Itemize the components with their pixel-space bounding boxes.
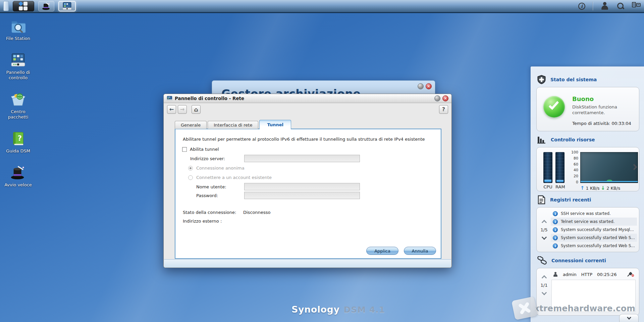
connections-pagination: 1/1: [539, 268, 549, 302]
info-level-icon: i: [553, 219, 558, 224]
dsm-version-text: DSM 4.1: [344, 305, 385, 315]
upload-arrow-icon: ↑: [580, 185, 585, 191]
taskbar-item-control-panel[interactable]: [58, 1, 76, 11]
connections-page-number: 1/1: [541, 283, 548, 288]
username-label: Nome utente:: [196, 184, 226, 189]
download-arrow-icon: ↓: [601, 185, 605, 191]
cpu-gauge: [543, 152, 552, 183]
taskbar-item-avvio-veloce[interactable]: [38, 1, 54, 11]
desktop-icon-column: File Station Pannello di controllo: [4, 19, 32, 188]
desktop-icon-label: Pannello di controllo: [4, 70, 32, 81]
widget-sidebar: Stato del sistema Buono DiskStation funz…: [531, 66, 644, 322]
taskbar: i: [0, 0, 644, 13]
magic-hat-icon: [42, 2, 51, 10]
connections-page-down-icon[interactable]: [541, 290, 547, 295]
control-panel-small-icon: [167, 96, 172, 101]
info-level-icon: i: [553, 243, 558, 248]
server-address-field: [244, 155, 360, 162]
disconnect-icon[interactable]: [627, 272, 634, 277]
pilot-view-icon[interactable]: [632, 2, 641, 10]
folder-search-icon: [10, 19, 26, 34]
svg-text:?: ?: [18, 134, 22, 142]
desktop-icon-dsm-help[interactable]: ? Guida DSM: [4, 131, 32, 154]
ram-gauge: [555, 152, 565, 183]
upload-series: [581, 181, 638, 182]
widget-panel-collapse-button[interactable]: [619, 314, 639, 322]
cancel-button[interactable]: Annulla: [404, 247, 436, 255]
info-level-icon: i: [553, 235, 558, 240]
chain-link-icon: [537, 256, 547, 265]
magic-hat-icon: [10, 165, 26, 180]
dialog-titlebar[interactable]: Pannello di controllo - Rete ✕: [164, 94, 451, 103]
server-address-label: Indirizzo server:: [190, 156, 225, 161]
tab-interfaccia-di-rete[interactable]: Interfaccia di rete: [208, 121, 258, 129]
bar-chart-icon: [537, 135, 546, 144]
desktop-icon-package-center[interactable]: Centro pacchetti: [4, 92, 32, 120]
tunnel-panel: Abilitare tunnel per permettere al proto…: [175, 129, 441, 259]
taskbar-separator: [593, 2, 593, 10]
anonymous-connection-radio: [188, 166, 193, 171]
help-button[interactable]: ?: [439, 105, 448, 114]
desktop-icon-file-station[interactable]: File Station: [4, 19, 32, 41]
logs-page-down-icon[interactable]: [541, 234, 547, 240]
connection-user: admin: [563, 272, 577, 277]
tab-tunnel[interactable]: Tunnel: [259, 120, 291, 129]
main-menu-button[interactable]: [13, 1, 34, 11]
show-desktop-button[interactable]: [3, 1, 9, 11]
resource-monitor-header: Controllo risorse: [537, 135, 644, 145]
close-button[interactable]: ✕: [426, 83, 432, 89]
health-status: Buono: [572, 95, 594, 102]
connection-status-value: Disconnesso: [243, 210, 270, 215]
network-rates: ↑ 1 KB/s ↓ 2 KB/s: [580, 185, 620, 191]
enable-tunnel-label: Abilita tunnel: [190, 147, 219, 152]
package-box-icon: [10, 92, 26, 107]
dialog-minimize-button[interactable]: [434, 95, 440, 101]
current-connections-header: Connessioni correnti: [537, 256, 644, 266]
back-button[interactable]: ←: [167, 105, 176, 114]
desktop-icon-label: Guida DSM: [6, 148, 30, 154]
user-icon[interactable]: [600, 2, 609, 10]
resource-monitor-card: CPU RAM 100 80 60 40 20 0 ↑ 1 KB/s ↓ 2 K…: [536, 147, 639, 191]
taskbar-right: i: [578, 2, 641, 10]
logs-page-up-icon[interactable]: [541, 220, 547, 225]
apply-button[interactable]: Applica: [366, 247, 398, 255]
connection-time: 00:25:26: [597, 272, 616, 277]
widget-title: Stato del sistema: [550, 77, 597, 82]
info-level-icon: i: [553, 211, 558, 216]
log-row: i System successfully started Web S...: [551, 242, 637, 250]
dsm-logo: Synology DSM 4.1: [291, 304, 385, 315]
help-book-icon: ?: [10, 131, 26, 146]
current-connections-card: 1/1 admin HTTP 00:25:26: [536, 268, 639, 316]
status-ok-icon: [543, 96, 565, 118]
dialog-buttons: Applica Annulla: [366, 247, 436, 255]
search-icon[interactable]: [616, 2, 625, 10]
dialog-title: Pannello di controllo - Rete: [175, 96, 244, 101]
widget-title: Registri recenti: [550, 197, 591, 202]
username-field: [244, 183, 360, 190]
connections-page-up-icon[interactable]: [541, 275, 547, 280]
enable-tunnel-checkbox[interactable]: [182, 147, 187, 152]
logs-page-number: 1/5: [541, 227, 548, 232]
control-panel-task-icon: [62, 2, 72, 10]
desktop-icon-control-panel[interactable]: Pannello di controllo: [4, 53, 32, 81]
home-button[interactable]: ⌂: [192, 105, 201, 114]
dialog-close-button[interactable]: ✕: [442, 95, 448, 101]
tab-strip: Generale Interfaccia di rete Tunnel: [175, 120, 291, 129]
desktop-icon-quick-start[interactable]: Avvio veloce: [4, 165, 32, 188]
system-health-card: Buono DiskStation funziona correttamente…: [536, 87, 639, 131]
tab-generale[interactable]: Generale: [175, 121, 207, 129]
connection-protocol: HTTP: [581, 272, 592, 277]
info-icon[interactable]: i: [578, 3, 585, 10]
dialog-toolbar: ← → ⌂ ?: [164, 103, 451, 116]
info-level-icon: i: [553, 227, 558, 232]
minimize-button[interactable]: [418, 83, 424, 89]
desktop-icon-label: Centro pacchetti: [4, 109, 32, 120]
tunnel-description: Abilitare tunnel per permettere al proto…: [183, 137, 431, 142]
network-graph: [580, 152, 638, 183]
system-health-header: Stato del sistema: [537, 75, 644, 85]
desktop: i File Station: [0, 0, 644, 322]
network-axis: 100 80 60 40 20 0: [569, 150, 578, 184]
health-message: DiskStation funziona correttamente.: [572, 104, 617, 116]
control-panel-network-dialog: Pannello di controllo - Rete ✕ ← → ⌂ ? G…: [163, 94, 452, 268]
connections-list-area: [551, 280, 636, 312]
